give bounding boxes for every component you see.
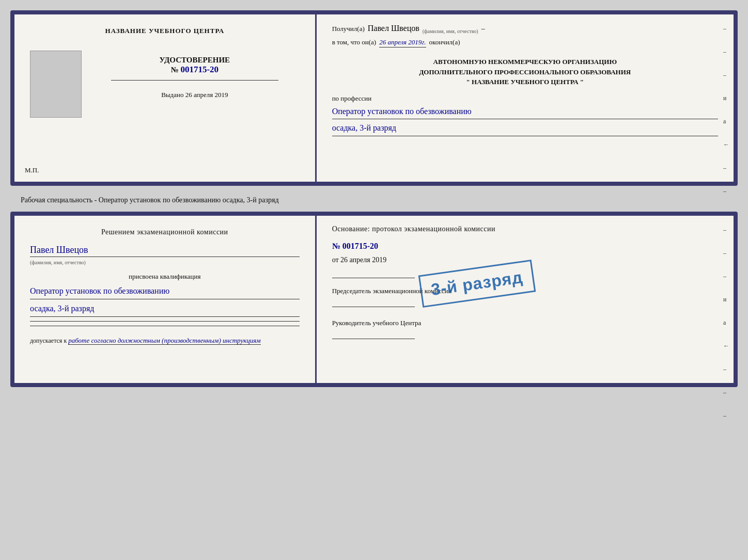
right-edge-labels-2: – – – и а ← – – – <box>723 226 729 420</box>
certificate-card-1: НАЗВАНИЕ УЧЕБНОГО ЦЕНТРА УДОСТОВЕРЕНИЕ №… <box>10 10 738 186</box>
training-center-title: НАЗВАНИЕ УЧЕБНОГО ЦЕНТРА <box>105 27 225 35</box>
protocol-number: № 001715-20 <box>332 242 718 251</box>
assigned-label: присвоена квалификация <box>30 273 300 281</box>
cert-label: УДОСТОВЕРЕНИЕ № 001715-20 <box>90 56 300 75</box>
chairman-signature-line <box>332 299 415 307</box>
person-name-bottom: Павел Швецов <box>30 245 88 255</box>
separator-text: Рабочая специальность - Оператор установ… <box>21 194 727 206</box>
cert-left-panel: НАЗВАНИЕ УЧЕБНОГО ЦЕНТРА УДОСТОВЕРЕНИЕ №… <box>14 14 317 182</box>
person-name-top: Павел Швецов <box>368 24 419 33</box>
fio-label-2: (фамилия, имя, отчество) <box>30 260 86 265</box>
right-edge-labels: – – – и а ← – – <box>723 25 729 195</box>
profession-value-2: осадка, 3-й разряд <box>332 121 718 136</box>
decision-left-panel: Решением экзаменационной комиссии Павел … <box>14 216 317 383</box>
qualification-value-2: осадка, 3-й разряд <box>30 301 300 317</box>
issued-line: Выдано 26 апреля 2019 <box>90 91 300 99</box>
allowed-label: допускается к работе согласно должностны… <box>30 337 261 345</box>
cert-right-panel: Получил(а) Павел Швецов (фамилия, имя, о… <box>317 14 734 182</box>
allowed-value: работе согласно должностным (производств… <box>68 337 260 345</box>
profession-label: по профессии <box>332 94 718 103</box>
date-completed: 26 апреля 2019г. <box>379 38 426 47</box>
in-that-line: в том, что он(а) 26 апреля 2019г. окончи… <box>332 38 718 49</box>
head-signature-line <box>332 331 415 339</box>
org-block: АВТОНОМНУЮ НЕКОММЕРЧЕСКУЮ ОРГАНИЗАЦИЮ ДО… <box>332 57 718 87</box>
photo-placeholder <box>30 51 82 118</box>
decision-title: Решением экзаменационной комиссии <box>30 228 300 236</box>
certificate-card-2: Решением экзаменационной комиссии Павел … <box>10 212 738 387</box>
received-line: Получил(а) Павел Швецов (фамилия, имя, о… <box>332 24 718 35</box>
profession-value-1: Оператор установок по обезвоживанию <box>332 105 718 120</box>
stamp: 3-й разряд <box>418 260 535 308</box>
mp-label: М.П. <box>25 166 39 174</box>
qualification-value-1: Оператор установок по обезвоживанию <box>30 284 300 299</box>
basis-title: Основание: протокол экзаменационной коми… <box>332 225 718 233</box>
decision-right-panel: Основание: протокол экзаменационной коми… <box>317 216 734 383</box>
head-label: Руководитель учебного Центра <box>332 318 718 328</box>
